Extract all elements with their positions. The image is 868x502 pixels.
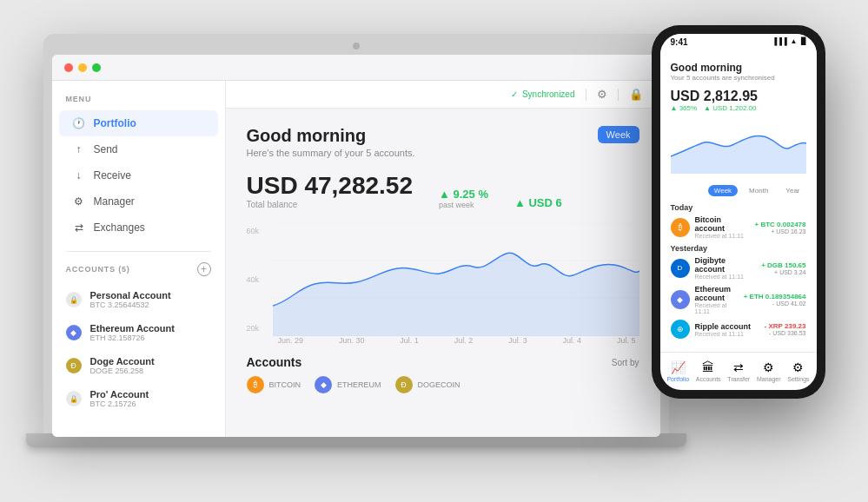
bitcoin-tx-time: Received at 11:11 [695,233,750,239]
yesterday-label: Yesterday [671,244,806,253]
week-button[interactable]: Week [598,126,639,143]
stat-usd-text: USD 6 [528,196,561,209]
phone-transfer-icon: ⇄ [733,360,744,374]
digibyte-tx-name: Digibyte account [695,256,757,274]
doge-icon: Ð [395,376,413,393]
phone-bottom-nav: 📈 Portfolio 🏛 Accounts ⇄ Transfer ⚙ Mana… [660,352,817,390]
main-header: ✓ Synchronized ⚙ 🔒 [226,81,660,109]
phone-tx-digibyte: D Digibyte account Received at 11:11 + D… [671,256,806,280]
close-button[interactable] [64,63,73,72]
sidebar-receive-label: Receive [94,169,131,182]
lock-icon[interactable]: 🔒 [629,88,643,101]
phone-accounts-icon: 🏛 [702,360,714,374]
x-label-jun29: Jun. 29 [278,336,304,345]
accounts-section: Accounts Sort by ₿ BITCOIN ◆ [247,355,639,393]
sidebar-portfolio-label: Portfolio [94,117,136,129]
ripple-tx-time: Received at 11:11 [695,331,759,337]
account-sub-ethereum: ETH 32.158726 [90,334,211,342]
greeting-text: Good morning [247,126,415,146]
phone-content: Good morning Your 5 accounts are synchro… [660,55,817,352]
add-account-button[interactable]: + [197,262,211,276]
phone-settings-label: Settings [787,376,809,382]
phone-tab-year[interactable]: Year [779,185,805,196]
menu-label: MENU [52,95,225,103]
account-name-personal: Personal Account [90,290,211,301]
settings-icon[interactable]: ⚙ [597,88,607,101]
sidebar-item-send[interactable]: ↑ Send [59,136,218,162]
battery-icon: ▉ [801,37,806,45]
sidebar-item-receive[interactable]: ↓ Receive [59,162,218,188]
exchanges-icon: ⇄ [73,221,85,234]
account-icon-ethereum: ◆ [66,325,82,340]
account-icon-doge: Ð [66,358,82,373]
sidebar-item-portfolio[interactable]: 🕐 Portfolio [59,110,218,136]
phone-nav-manager[interactable]: ⚙ Manager [757,360,781,382]
phone-accounts-label: Accounts [696,376,721,382]
scene: MENU 🕐 Portfolio ↑ Send ↓ Receive [43,17,825,485]
phone-sub: Your 5 accounts are synchronised [671,74,806,82]
eth-tx-time: Received at 11:11 [695,302,739,314]
bitcoin-label: ₿ BITCOIN [247,376,301,393]
x-label-jul4: Jul. 4 [563,336,582,345]
accounts-label: ACCOUNTS (5) [66,265,130,274]
maximize-button[interactable] [92,63,101,72]
sort-by-label: Sort by [612,358,639,367]
bitcoin-tx-usd: + USD 16.23 [755,228,806,234]
manager-icon: ⚙ [73,195,85,208]
phone-nav-portfolio[interactable]: 📈 Portfolio [666,360,689,382]
phone-nav-accounts[interactable]: 🏛 Accounts [696,360,721,382]
balance-label: Total balance [247,200,413,209]
account-icon-personal: 🔒 [66,292,82,307]
sidebar-send-label: Send [94,143,118,155]
bitcoin-tx-crypto: + BTC 0.002478 [755,221,806,228]
sidebar-item-exchanges[interactable]: ⇄ Exchanges [59,215,218,241]
send-icon: ↑ [73,143,85,155]
sidebar-item-manager[interactable]: ⚙ Manager [59,188,218,215]
phone-chart [671,117,806,178]
phone-notch: 9:41 ▐▐▐ ▲ ▉ [660,34,817,55]
x-label-jul1: Jul. 1 [400,336,419,345]
balance-row: USD 47,282.52 Total balance ▲ 9.25 % pas… [247,172,639,209]
ripple-tx-crypto: - XRP 239.23 [765,322,806,330]
account-item-personal[interactable]: 🔒 Personal Account BTC 3.25644532 [52,283,225,316]
phone-time: 9:41 [671,37,688,47]
ethereum-text: ETHEREUM [337,380,381,389]
account-item-ethereum[interactable]: ◆ Ethereum Account ETH 32.158726 [52,316,225,349]
greeting-sub-text: Here's the summary of your 5 accounts. [247,148,415,158]
bitcoin-tx-icon: ₿ [671,218,690,237]
phone-tab-month[interactable]: Month [743,185,774,196]
phone-settings-icon: ⚙ [792,360,804,374]
phone-tab-week[interactable]: Week [708,185,738,196]
phone-status: ▐▐▐ ▲ ▉ [772,37,806,45]
phone-balance-stats: ▲ 365% ▲ USD 1,202.00 [671,104,806,112]
x-label-jul5: Jul. 5 [617,336,636,345]
minimize-button[interactable] [78,63,87,72]
sync-status: ✓ Synchronized [511,89,575,99]
eth-tx-crypto: + ETH 0.189354864 [744,293,806,301]
screen-titlebar [52,55,660,81]
stat-percent-text: 9.25 % [453,188,487,201]
phone-nav-settings[interactable]: ⚙ Settings [787,360,809,382]
ripple-tx-usd: - USD 336.53 [765,330,806,336]
laptop-screen: MENU 🕐 Portfolio ↑ Send ↓ Receive [52,55,660,437]
total-balance: USD 47,282.52 [247,172,413,200]
bitcoin-icon: ₿ [247,376,264,393]
portfolio-content: Good morning Here's the summary of your … [226,109,660,437]
stat-percent-item: ▲ 9.25 % past week [439,188,488,209]
digibyte-tx-crypto: + DGB 150.65 [761,261,805,269]
sidebar-divider [66,251,211,252]
digibyte-tx-usd: + USD 3.24 [761,269,805,275]
account-item-pro[interactable]: 🔒 Pro' Account BTC 2.15726 [52,382,225,415]
phone-nav-transfer[interactable]: ⇄ Transfer [727,360,750,382]
sidebar-exchanges-label: Exchanges [94,221,145,234]
phone-screen: 9:41 ▐▐▐ ▲ ▉ Good morning Your 5 account… [660,34,817,390]
stat-usd-item: ▲ USD 6 [514,196,562,209]
account-item-doge[interactable]: Ð Doge Account DOGE 256.258 [52,349,225,382]
phone-tx-ripple: ⊕ Ripple account Received at 11:11 - XRP… [671,320,806,339]
arrow-up-icon: ▲ [439,188,450,201]
phone-portfolio-label: Portfolio [666,376,689,382]
y-label-40k: 40k [247,275,268,284]
eth-tx-usd: - USD 41.02 [744,301,806,307]
stat-percent-value: ▲ 9.25 % [439,188,488,201]
sync-check-icon: ✓ [511,89,518,99]
